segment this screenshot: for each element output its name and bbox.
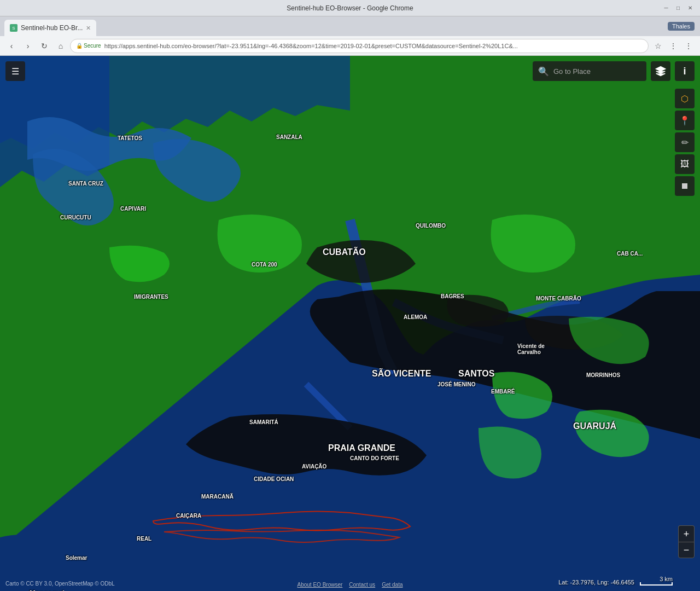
- pin-icon: ⬡: [681, 94, 689, 104]
- image-icon: 🖼: [680, 159, 689, 169]
- browser-tabbar: S Sentinel-hub EO-Br... ✕ Thales: [0, 16, 700, 36]
- minimize-button[interactable]: ─: [662, 4, 670, 13]
- secure-badge: 🔒 Secure: [76, 43, 101, 49]
- forward-button[interactable]: ›: [21, 39, 35, 53]
- pin-tool-button[interactable]: ⬡: [675, 89, 695, 108]
- info-button[interactable]: i: [675, 61, 695, 81]
- layers-button[interactable]: [651, 61, 670, 81]
- map-container[interactable]: ☰ 🔍 Go to Place i ⬡: [0, 56, 700, 591]
- scale-bar: 3 km: [640, 576, 673, 586]
- reload-button[interactable]: ↻: [37, 39, 51, 53]
- data-link[interactable]: Get data: [382, 582, 402, 588]
- image-tool-button[interactable]: 🖼: [675, 154, 695, 174]
- info-icon: i: [683, 66, 686, 77]
- bookmark-button[interactable]: ☆: [651, 39, 665, 53]
- close-button[interactable]: ✕: [686, 4, 695, 13]
- browser-title: Sentinel-hub EO-Browser - Google Chrome: [287, 4, 413, 12]
- back-button[interactable]: ‹: [4, 39, 19, 53]
- film-tool-button[interactable]: ⏹: [675, 176, 695, 196]
- maximize-button[interactable]: □: [674, 4, 682, 13]
- browser-titlebar: Sentinel-hub EO-Browser - Google Chrome …: [0, 0, 700, 16]
- extensions-button[interactable]: ⋮: [666, 39, 680, 53]
- zoom-out-button[interactable]: −: [678, 542, 695, 558]
- coordinates-text: Lat: -23.7976, Lng: -46.6455: [558, 579, 634, 586]
- address-bar[interactable]: 🔒 Secure https://apps.sentinel-hub.com/e…: [70, 39, 649, 53]
- search-bar[interactable]: 🔍 Go to Place: [533, 61, 646, 81]
- browser-tab-active[interactable]: S Sentinel-hub EO-Br... ✕: [4, 20, 96, 36]
- nav-icons-right: ☆ ⋮ ⋮: [651, 39, 696, 53]
- contact-link[interactable]: Contact us: [349, 582, 375, 588]
- user-button[interactable]: Thales: [668, 22, 695, 31]
- coordinates-display: Lat: -23.7976, Lng: -46.6455: [558, 579, 634, 586]
- footer-links: About EO Browser Contact us Get data: [298, 582, 403, 588]
- film-icon: ⏹: [680, 181, 689, 191]
- window-controls[interactable]: ─ □ ✕: [662, 4, 695, 13]
- about-link[interactable]: About EO Browser: [298, 582, 343, 588]
- scale-label: 3 km: [660, 576, 673, 582]
- map-tools-panel: ⬡ 📍 ✏ 🖼 ⏹: [675, 89, 695, 196]
- layers-icon: [655, 66, 666, 77]
- ruler-tool-button[interactable]: ✏: [675, 132, 695, 152]
- search-icon[interactable]: 🔍: [538, 66, 549, 77]
- search-placeholder: Go to Place: [553, 67, 641, 76]
- tab-close-button[interactable]: ✕: [86, 25, 91, 32]
- browser-navbar: ‹ › ↻ ⌂ 🔒 Secure https://apps.sentinel-h…: [0, 36, 700, 56]
- hamburger-icon: ☰: [11, 66, 19, 77]
- tab-favicon: S: [10, 24, 18, 32]
- tab-label: Sentinel-hub EO-Br...: [21, 24, 83, 32]
- map-svg: [0, 56, 700, 591]
- ruler-icon: ✏: [681, 137, 689, 148]
- zoom-controls: + −: [678, 525, 695, 558]
- scale-line: [640, 582, 673, 586]
- location-icon: 📍: [679, 115, 690, 126]
- attribution-text: Carto © CC BY 3.0, OpenStreetMap © ODbL: [5, 581, 115, 587]
- menu-button[interactable]: ⋮: [681, 39, 696, 53]
- attribution: Carto © CC BY 3.0, OpenStreetMap © ODbL: [5, 581, 115, 587]
- hamburger-button[interactable]: ☰: [5, 61, 25, 81]
- url-text: https://apps.sentinel-hub.com/eo-browser…: [104, 43, 518, 49]
- home-button[interactable]: ⌂: [54, 39, 68, 53]
- zoom-in-button[interactable]: +: [678, 525, 695, 542]
- location-tool-button[interactable]: 📍: [675, 111, 695, 130]
